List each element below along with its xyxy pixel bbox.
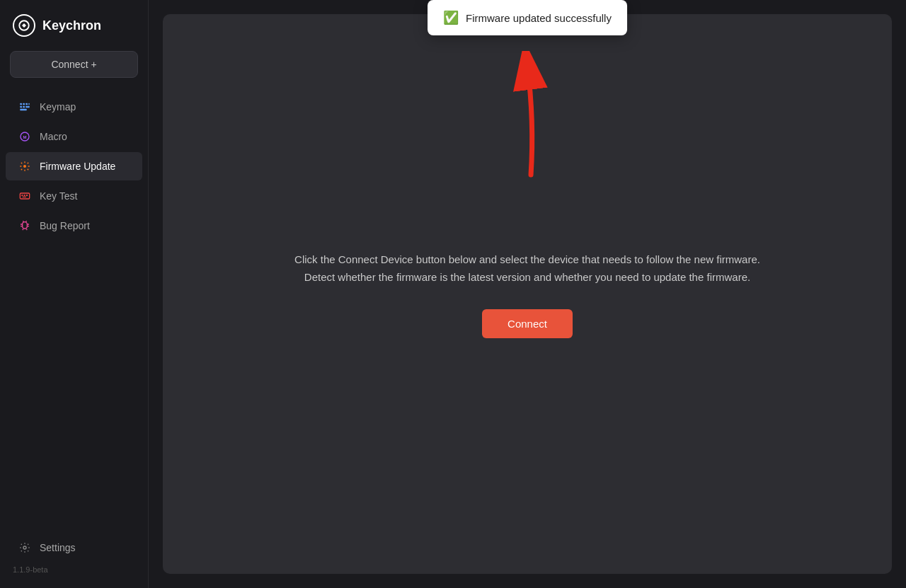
keymap-icon [18,100,31,113]
app-title: Keychron [42,18,101,33]
svg-rect-1 [20,103,22,105]
center-content: Click the Connect Device button below an… [294,250,760,338]
key-test-icon [18,190,31,202]
description-text: Click the Connect Device button below an… [294,250,760,287]
svg-rect-9 [28,103,29,105]
version-label: 1.1.9-beta [0,563,148,580]
toast-notification: ✅ Firmware updated successfully [428,0,627,35]
connect-device-button[interactable]: Connect [482,309,573,338]
svg-rect-14 [21,195,23,196]
svg-rect-8 [28,106,30,108]
arrow-annotation [492,51,563,178]
content-panel: ✅ Firmware updated successfully Click th… [163,14,892,574]
toast-success-icon: ✅ [443,10,459,25]
sidebar-item-firmware-update[interactable]: Firmware Update [6,152,142,180]
sidebar-item-keymap[interactable]: Keymap [6,93,142,121]
settings-icon [18,541,31,554]
bug-report-label: Bug Report [40,220,90,231]
macro-label: Macro [40,131,67,142]
sidebar-item-macro[interactable]: M Macro [6,122,142,151]
sidebar-item-settings[interactable]: Settings [6,534,142,562]
svg-text:M: M [23,135,27,139]
bug-report-icon [18,219,31,232]
svg-rect-17 [23,197,26,197]
keymap-label: Keymap [40,101,76,113]
svg-rect-6 [25,106,28,108]
key-test-label: Key Test [40,190,77,202]
svg-rect-15 [24,195,25,196]
toast-message: Firmware updated successfully [466,12,612,24]
sidebar-item-bug-report[interactable]: Bug Report [6,212,142,240]
connect-button[interactable]: Connect + [10,51,138,78]
sidebar-item-key-test[interactable]: Key Test [6,182,142,210]
macro-icon: M [18,130,31,143]
svg-rect-16 [26,195,28,196]
firmware-label: Firmware Update [40,161,115,172]
svg-point-12 [23,165,26,168]
sidebar-bottom: Settings 1.1.9-beta [0,533,148,588]
svg-rect-7 [20,109,26,111]
app-logo: Keychron [0,0,148,51]
svg-rect-5 [23,106,25,108]
svg-rect-3 [25,103,28,105]
logo-icon [13,14,35,37]
svg-point-18 [23,546,26,549]
main-content: ✅ Firmware updated successfully Click th… [149,0,906,588]
settings-label: Settings [40,542,76,553]
sidebar: Keychron Connect + Keymap M [0,0,149,588]
firmware-icon [18,160,31,173]
svg-rect-2 [23,103,25,105]
svg-rect-4 [20,106,22,108]
